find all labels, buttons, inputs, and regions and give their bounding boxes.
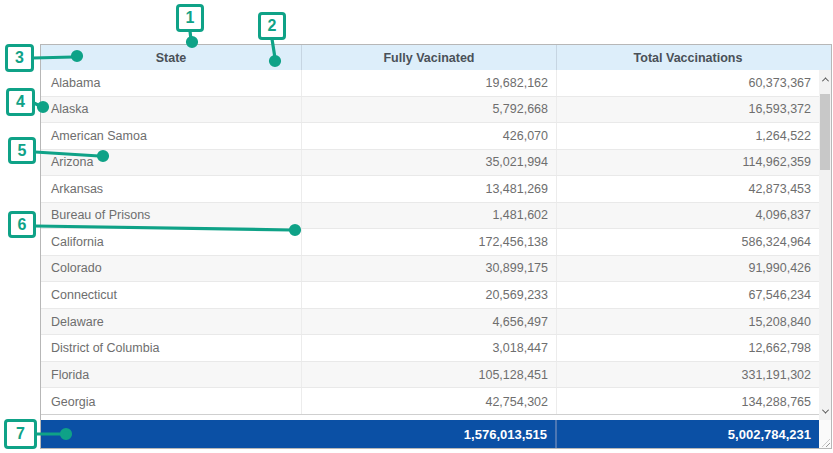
cell-state: American Samoa: [41, 123, 302, 149]
callout-6: 6: [8, 211, 36, 238]
cell-fully-vaccinated: 105,128,451: [302, 362, 557, 388]
cell-total-vaccinations: 586,324,964: [557, 229, 819, 255]
cell-fully-vaccinated: 19,682,162: [302, 70, 557, 96]
resize-grip-icon: [822, 439, 830, 447]
cell-state: Colorado: [41, 256, 302, 282]
table-header-row: State Fully Vacinated Total Vaccinations: [41, 45, 831, 70]
cell-fully-vaccinated: 13,481,269: [302, 176, 557, 202]
vertical-scrollbar[interactable]: [819, 70, 831, 420]
cell-total-vaccinations: 4,096,837: [557, 203, 819, 229]
cell-state: Arkansas: [41, 176, 302, 202]
cell-total-vaccinations: 42,873,453: [557, 176, 819, 202]
table-row[interactable]: Arizona 35,021,994 114,962,359: [41, 150, 819, 177]
totals-cell-total-vaccinations: 5,002,784,231: [557, 420, 819, 448]
scroll-down-button[interactable]: [819, 404, 831, 418]
callout-5: 5: [8, 137, 36, 164]
scrollbar-thumb[interactable]: [820, 94, 830, 170]
cell-state: District of Columbia: [41, 335, 302, 361]
cell-fully-vaccinated: 4,656,497: [302, 309, 557, 335]
cell-fully-vaccinated: 172,456,138: [302, 229, 557, 255]
cell-total-vaccinations: 16,593,372: [557, 97, 819, 123]
cell-state: Alaska: [41, 97, 302, 123]
column-header-total-vaccinations: Total Vaccinations: [557, 45, 819, 70]
table-row[interactable]: Delaware 4,656,497 15,208,840: [41, 309, 819, 336]
cell-fully-vaccinated: 5,792,668: [302, 97, 557, 123]
table-row[interactable]: California 172,456,138 586,324,964: [41, 229, 819, 256]
table-body: Alabama 19,682,162 60,373,367 Alaska 5,7…: [41, 70, 819, 415]
callout-7: 7: [4, 419, 37, 449]
table-row[interactable]: Alaska 5,792,668 16,593,372: [41, 97, 819, 124]
totals-cell-fully-vaccinated: 1,576,013,515: [302, 420, 557, 448]
table-row[interactable]: Alabama 19,682,162 60,373,367: [41, 70, 819, 97]
cell-state: Arizona: [41, 150, 302, 176]
cell-fully-vaccinated: 35,021,994: [302, 150, 557, 176]
cell-total-vaccinations: 91,990,426: [557, 256, 819, 282]
cell-total-vaccinations: 12,662,798: [557, 335, 819, 361]
table-row[interactable]: Georgia 42,754,302 134,288,765: [41, 388, 819, 415]
table-row[interactable]: Arkansas 13,481,269 42,873,453: [41, 176, 819, 203]
table-row[interactable]: Colorado 30,899,175 91,990,426: [41, 256, 819, 283]
callout-3: 3: [5, 44, 34, 72]
cell-state: Florida: [41, 362, 302, 388]
vaccination-table: State Fully Vacinated Total Vaccinations…: [40, 44, 832, 449]
column-header-state: State: [41, 45, 302, 70]
cell-total-vaccinations: 60,373,367: [557, 70, 819, 96]
cell-state: Georgia: [41, 388, 302, 415]
cell-fully-vaccinated: 426,070: [302, 123, 557, 149]
totals-cell-empty: [41, 420, 302, 448]
table-row[interactable]: American Samoa 426,070 1,264,522: [41, 123, 819, 150]
table-row[interactable]: Connecticut 20,569,233 67,546,234: [41, 282, 819, 309]
cell-total-vaccinations: 67,546,234: [557, 282, 819, 308]
callout-2: 2: [258, 12, 286, 40]
cell-total-vaccinations: 134,288,765: [557, 388, 819, 415]
column-header-fully-vaccinated: Fully Vacinated: [302, 45, 557, 70]
table-totals-row: 1,576,013,515 5,002,784,231: [41, 420, 819, 448]
cell-fully-vaccinated: 1,481,602: [302, 203, 557, 229]
chevron-down-icon: [821, 406, 828, 413]
cell-fully-vaccinated: 20,569,233: [302, 282, 557, 308]
cell-state: Bureau of Prisons: [41, 203, 302, 229]
cell-fully-vaccinated: 42,754,302: [302, 388, 557, 415]
cell-state: California: [41, 229, 302, 255]
cell-fully-vaccinated: 3,018,447: [302, 335, 557, 361]
scroll-up-button[interactable]: [819, 72, 831, 86]
cell-total-vaccinations: 331,191,302: [557, 362, 819, 388]
callout-4: 4: [6, 88, 35, 116]
header-spacer: [819, 45, 831, 70]
scrollbar-corner: [819, 420, 831, 448]
cell-total-vaccinations: 114,962,359: [557, 150, 819, 176]
cell-state: Connecticut: [41, 282, 302, 308]
annotated-table-screenshot: State Fully Vacinated Total Vaccinations…: [0, 0, 833, 453]
callout-1: 1: [176, 4, 204, 32]
cell-state: Delaware: [41, 309, 302, 335]
cell-total-vaccinations: 1,264,522: [557, 123, 819, 149]
cell-total-vaccinations: 15,208,840: [557, 309, 819, 335]
cell-state: Alabama: [41, 70, 302, 96]
table-row[interactable]: Florida 105,128,451 331,191,302: [41, 362, 819, 389]
table-row[interactable]: District of Columbia 3,018,447 12,662,79…: [41, 335, 819, 362]
chevron-up-icon: [821, 77, 828, 84]
table-row[interactable]: Bureau of Prisons 1,481,602 4,096,837: [41, 203, 819, 230]
cell-fully-vaccinated: 30,899,175: [302, 256, 557, 282]
